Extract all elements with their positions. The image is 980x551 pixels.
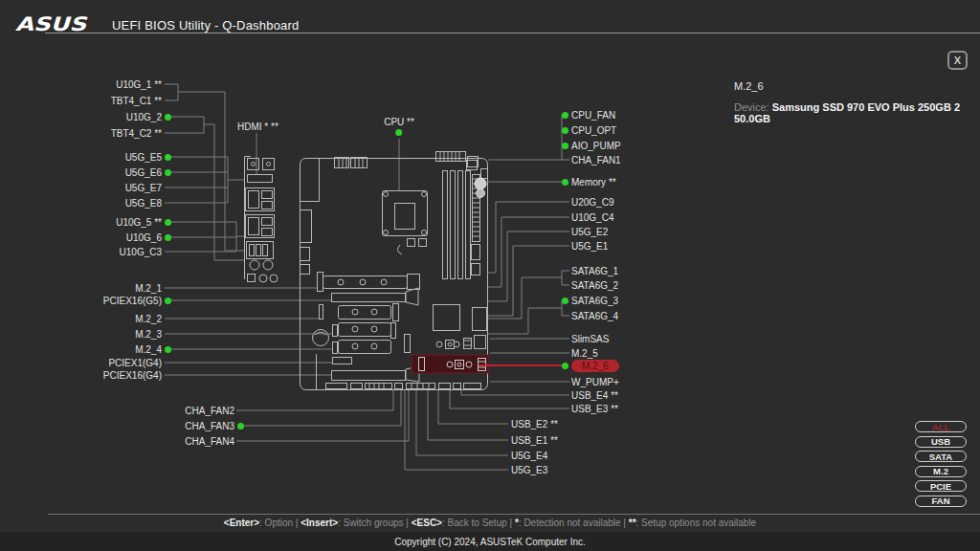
- connector-label-aio_pump[interactable]: AIO_PUMP: [562, 139, 621, 152]
- connector-label-m2_1[interactable]: M.2_1: [135, 281, 162, 295]
- connector-label-tbt4_c2[interactable]: TBT4_C2 **: [111, 126, 162, 140]
- connector-label-pciex1_g4[interactable]: PCIEX1(G4): [108, 356, 162, 369]
- connector-label-m2_4[interactable]: M.2_4: [135, 342, 171, 356]
- connector-label-slimsas[interactable]: SlimSAS: [571, 332, 609, 345]
- connector-label-cha_fan3[interactable]: CHA_FAN3: [185, 419, 244, 432]
- status-dot: [165, 169, 171, 176]
- footer-divider: [48, 514, 980, 515]
- status-dot: [396, 129, 403, 136]
- connector-label-text: CHA_FAN2: [185, 406, 234, 416]
- connector-label-u20g_c9[interactable]: U20G_C9: [571, 195, 613, 209]
- connector-label-usb_e1[interactable]: USB_E1 **: [511, 433, 558, 447]
- connector-label-text: SATA6G_1: [571, 266, 618, 276]
- filter-button-m2[interactable]: M.2: [915, 466, 967, 477]
- connector-label-text: U5G_E5: [125, 152, 162, 163]
- connector-label-sata6g_2[interactable]: SATA6G_2: [571, 278, 618, 292]
- connector-label-u10g_6[interactable]: U10G_6: [126, 231, 171, 244]
- filter-button-all[interactable]: ALL: [915, 421, 967, 432]
- connector-label-hdmi[interactable]: HDMI * **: [237, 120, 278, 133]
- connector-label-u10g_c3[interactable]: U10G_C3: [120, 245, 162, 258]
- connector-label-u10g_5[interactable]: U10G_5 **: [116, 215, 171, 229]
- connector-label-text: SlimSAS: [571, 334, 609, 344]
- connector-label-u10g_2[interactable]: U10G_2: [126, 110, 171, 123]
- connector-label-text: U10G_2: [126, 112, 162, 122]
- connector-label-text: U5G_E3: [511, 465, 547, 475]
- status-dot: [562, 298, 568, 304]
- connector-label-text: W_PUMP+: [571, 377, 619, 387]
- connector-label-text: AIO_PUMP: [571, 141, 621, 151]
- connector-label-text: TBT4_C1 **: [111, 96, 162, 106]
- connector-label-text: M.2_5: [571, 348, 598, 359]
- connector-label-m2_2[interactable]: M.2_2: [135, 312, 162, 325]
- connector-label-cha_fan2[interactable]: CHA_FAN2: [185, 404, 234, 417]
- connector-label-u10g_c4[interactable]: U10G_C4: [571, 210, 613, 224]
- filter-button-usb[interactable]: USB: [915, 436, 967, 448]
- connector-label-u5g_e4[interactable]: U5G_E4: [511, 449, 547, 462]
- connector-label-m2_5[interactable]: M.2_5: [571, 346, 598, 360]
- connector-label-tbt4_c1[interactable]: TBT4_C1 **: [111, 94, 162, 107]
- hint-item: *: Detection not available: [515, 518, 621, 528]
- connector-label-u5g_e8[interactable]: U5G_E8: [125, 196, 162, 209]
- connector-label-text: TBT4_C2 **: [111, 128, 162, 139]
- status-dot: [562, 363, 568, 369]
- connector-label-w_pump[interactable]: W_PUMP+: [571, 375, 619, 388]
- connector-label-cpu_fan[interactable]: CPU_FAN: [562, 108, 615, 121]
- connector-label-sata6g_1[interactable]: SATA6G_1: [571, 264, 618, 277]
- connector-label-sata6g_3[interactable]: SATA6G_3: [562, 294, 618, 307]
- connector-label-text: U5G_E8: [125, 198, 162, 209]
- connector-label-text: PCIEX16(G5): [103, 296, 162, 306]
- connector-label-cha_fan4[interactable]: CHA_FAN4: [185, 434, 234, 448]
- connector-label-text: U10G_C3: [120, 247, 162, 257]
- connector-label-text: CPU **: [384, 117, 414, 127]
- connector-label-cpu_opt[interactable]: CPU_OPT: [562, 123, 616, 137]
- status-dot: [165, 219, 171, 226]
- connector-label-text: PCIEX16(G4): [103, 370, 162, 381]
- filter-button-pcie[interactable]: PCIE: [915, 480, 967, 492]
- connector-label-text: U10G_C4: [571, 212, 613, 223]
- connector-label-text: U5G_E1: [571, 241, 608, 252]
- connector-label-text: USB_E3 **: [571, 404, 618, 414]
- selected-connector-pill: M.2_6: [571, 360, 619, 372]
- connector-label-text: U5G_E6: [125, 167, 162, 178]
- filter-button-fan[interactable]: FAN: [915, 496, 967, 507]
- q-dashboard-screen: ASUS UEFI BIOS Utility - Q-Dashboard X: [0, 0, 980, 551]
- hint-item: **: Setup options not available: [629, 518, 756, 528]
- connector-label-text: M.2_4: [135, 344, 162, 355]
- status-dot: [562, 112, 568, 119]
- status-dot: [165, 346, 171, 353]
- connector-label-u5g_e6[interactable]: U5G_E6: [125, 165, 171, 179]
- connector-label-m2_6[interactable]: M.2_6: [562, 359, 619, 372]
- connector-label-cha_fan1[interactable]: CHA_FAN1: [571, 153, 621, 166]
- connector-label-text: SATA6G_3: [571, 296, 618, 306]
- connector-label-memory[interactable]: Memory **: [562, 175, 616, 188]
- status-dot: [237, 423, 244, 430]
- device-label: Device:: [734, 101, 769, 113]
- status-dot: [562, 143, 568, 149]
- connector-label-u5g_e5[interactable]: U5G_E5: [125, 150, 171, 164]
- connector-label-text: U5G_E4: [511, 451, 547, 461]
- io-panel: [245, 157, 278, 283]
- connector-label-text: U5G_E7: [125, 183, 162, 193]
- hint-item: <Enter>: Option: [224, 518, 293, 528]
- connector-label-u5g_e7[interactable]: U5G_E7: [125, 181, 162, 194]
- connector-label-usb_e2[interactable]: USB_E2 **: [511, 417, 558, 430]
- connector-label-usb_e4[interactable]: USB_E4 **: [571, 388, 618, 402]
- connector-label-text: M.2_2: [135, 314, 162, 324]
- connector-label-pciex16_g5[interactable]: PCIEX16(G5): [103, 294, 171, 307]
- status-dot: [562, 179, 568, 186]
- connector-label-pciex16_g4[interactable]: PCIEX16(G4): [103, 368, 162, 382]
- connector-label-u5g_e2[interactable]: U5G_E2: [571, 225, 608, 238]
- power-headers: [335, 152, 488, 179]
- connector-label-text: M.2_1: [135, 283, 162, 294]
- connector-label-text: SATA6G_2: [571, 280, 618, 291]
- connector-label-m2_3[interactable]: M.2_3: [135, 327, 162, 341]
- filter-button-sata[interactable]: SATA: [915, 451, 967, 462]
- connector-label-u10g_1[interactable]: U10G_1 **: [116, 77, 162, 91]
- connector-label-u5g_e1[interactable]: U5G_E1: [571, 239, 608, 253]
- chipset: [434, 305, 460, 331]
- connector-label-usb_e3[interactable]: USB_E3 **: [571, 402, 618, 415]
- status-dot: [165, 154, 171, 161]
- connector-label-u5g_e3[interactable]: U5G_E3: [511, 463, 547, 476]
- connector-label-cpu[interactable]: CPU **: [384, 117, 414, 136]
- connector-label-sata6g_4[interactable]: SATA6G_4: [571, 309, 618, 322]
